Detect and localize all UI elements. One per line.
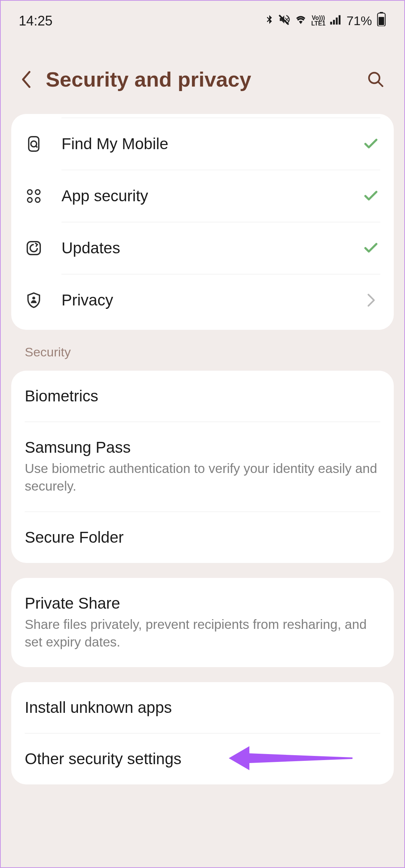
check-icon: [362, 135, 380, 153]
svg-rect-2: [379, 17, 384, 25]
item-label: Biometrics: [25, 387, 380, 405]
page-header: Security and privacy: [1, 37, 404, 114]
item-label: Privacy: [62, 291, 362, 309]
status-bar: 14:25 Vo)))LTE1 71%: [1, 1, 404, 37]
svg-point-13: [32, 296, 35, 299]
private-share-row[interactable]: Private Share Share files privately, pre…: [11, 578, 394, 667]
item-description: Use biometric authentication to verify y…: [25, 459, 380, 495]
item-label: Updates: [62, 239, 362, 257]
status-right-group: Vo)))LTE1 71%: [264, 12, 386, 30]
battery-icon: [376, 12, 386, 30]
item-label: Samsung Pass: [25, 438, 380, 456]
samsung-pass-row[interactable]: Samsung Pass Use biometric authenticatio…: [11, 422, 394, 512]
search-button[interactable]: [365, 69, 386, 90]
chevron-right-icon: [362, 291, 380, 310]
mute-icon: [278, 13, 290, 29]
install-unknown-apps-row[interactable]: Install unknown apps: [11, 682, 394, 733]
app-security-row[interactable]: App security: [11, 170, 394, 222]
status-icons: Vo)))LTE1: [264, 13, 340, 29]
svg-line-7: [36, 146, 38, 148]
other-security-settings-row[interactable]: Other security settings: [11, 733, 394, 784]
item-label: Secure Folder: [25, 528, 380, 546]
svg-point-10: [27, 198, 32, 202]
secure-folder-row[interactable]: Secure Folder: [11, 512, 394, 563]
svg-point-11: [35, 198, 40, 202]
privacy-row[interactable]: Privacy: [11, 274, 394, 326]
item-label: Install unknown apps: [25, 699, 380, 717]
find-my-mobile-row[interactable]: Find My Mobile: [11, 118, 394, 170]
updates-icon: [25, 239, 43, 257]
dashboard-card: Find My Mobile App security Updates Priv…: [11, 114, 394, 330]
biometrics-row[interactable]: Biometrics: [11, 371, 394, 422]
back-button[interactable]: [19, 72, 34, 87]
page-title: Security and privacy: [46, 67, 353, 91]
sharing-card: Private Share Share files privately, pre…: [11, 578, 394, 667]
privacy-shield-icon: [25, 291, 43, 309]
svg-point-8: [27, 190, 32, 194]
svg-point-9: [35, 190, 40, 194]
annotation-arrow-icon: [229, 743, 352, 775]
security-card: Biometrics Samsung Pass Use biometric au…: [11, 371, 394, 563]
status-time: 14:25: [19, 13, 52, 29]
svg-point-6: [31, 141, 36, 147]
wifi-icon: [294, 13, 308, 29]
volte-icon: Vo)))LTE1: [311, 15, 326, 26]
find-mobile-icon: [25, 135, 43, 153]
check-icon: [362, 187, 380, 205]
item-label: Find My Mobile: [62, 135, 362, 153]
other-card: Install unknown apps Other security sett…: [11, 682, 394, 784]
item-label: Private Share: [25, 594, 380, 612]
item-description: Share files privately, prevent recipient…: [25, 615, 380, 651]
updates-row[interactable]: Updates: [11, 222, 394, 274]
signal-icon: [329, 13, 340, 29]
svg-rect-12: [27, 242, 40, 255]
svg-line-4: [378, 82, 382, 86]
bluetooth-icon: [264, 13, 274, 29]
section-header-security: Security: [1, 345, 404, 371]
item-label: App security: [62, 187, 362, 205]
check-icon: [362, 239, 380, 257]
apps-icon: [25, 187, 43, 205]
battery-percentage: 71%: [346, 13, 372, 28]
